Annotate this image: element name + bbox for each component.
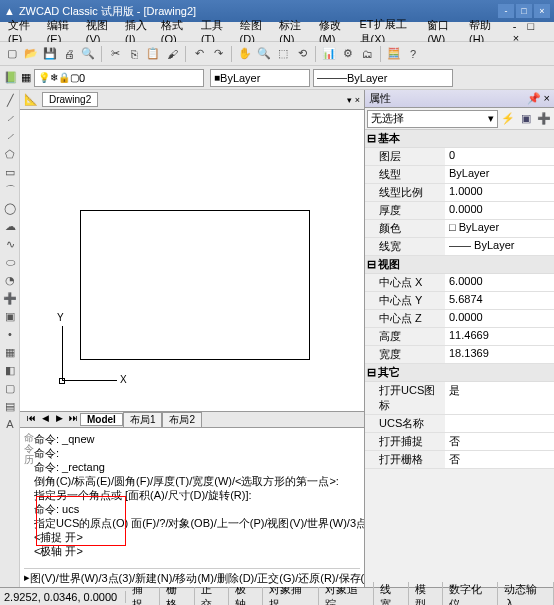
insert-icon[interactable]: ➕	[2, 290, 18, 306]
pick-add-icon[interactable]: ➕	[536, 111, 552, 127]
layout-tab-1[interactable]: 布局1	[123, 412, 163, 428]
status-tablet[interactable]: 数字化仪	[443, 582, 499, 606]
match-icon[interactable]: 🖌	[164, 46, 180, 62]
arc-icon[interactable]: ⌒	[2, 182, 18, 198]
status-dyn[interactable]: 动态输入	[498, 582, 554, 606]
prop-snap-value[interactable]: 否	[445, 433, 554, 450]
save-icon[interactable]: 💾	[42, 46, 58, 62]
layer-combo[interactable]: 💡❄🔒▢ 0	[34, 69, 204, 87]
line-icon[interactable]: ╱	[2, 92, 18, 108]
drawn-rectangle[interactable]	[80, 210, 310, 360]
cmd-history-icon[interactable]: 命令历	[24, 432, 34, 558]
new-icon[interactable]: ▢	[4, 46, 20, 62]
zoom-icon[interactable]: 🔍	[256, 46, 272, 62]
status-model[interactable]: 模型	[409, 582, 443, 606]
close-button[interactable]: ×	[534, 4, 550, 18]
prop-cat-view[interactable]: ⊟ 视图	[365, 256, 554, 274]
toolbar-standard: ▢ 📂 💾 🖨 🔍 ✂ ⎘ 📋 🖌 ↶ ↷ ✋ 🔍 ⬚ ⟲ 📊 ⚙ 🗂 🧮 ?	[0, 42, 554, 66]
drawing-canvas[interactable]: Y X	[20, 110, 364, 411]
cmd-line: 命令: _rectang	[34, 460, 364, 474]
prop-lineweight-value[interactable]: —— ByLayer	[445, 238, 554, 255]
doc-tab[interactable]: Drawing2	[42, 92, 98, 107]
coordinates-display: 2.9252, 0.0346, 0.0000	[0, 591, 126, 603]
quick-select-icon[interactable]: ⚡	[500, 111, 516, 127]
layout-next-icon[interactable]: ▶	[52, 413, 66, 427]
status-lwt[interactable]: 线宽	[374, 582, 408, 606]
undo-icon[interactable]: ↶	[191, 46, 207, 62]
paste-icon[interactable]: 📋	[145, 46, 161, 62]
gradient-icon[interactable]: ◧	[2, 362, 18, 378]
hatch-icon[interactable]: ▦	[2, 344, 18, 360]
zoom-window-icon[interactable]: ⬚	[275, 46, 291, 62]
prop-height-value[interactable]: 11.4669	[445, 328, 554, 345]
layout-tab-2[interactable]: 布局2	[162, 412, 202, 428]
prop-cat-basic[interactable]: ⊟ 基本	[365, 130, 554, 148]
layout-prev-icon[interactable]: ◀	[38, 413, 52, 427]
layer-tool-icon[interactable]: ▦	[21, 71, 31, 84]
linetype-combo[interactable]: ——— ByLayer	[313, 69, 453, 87]
command-input[interactable]: 图(V)/世界(W)/3点(3)/新建(N)/移动(M)/删除(D)/正交(G)…	[30, 571, 364, 585]
table-icon[interactable]: ▤	[2, 398, 18, 414]
polygon-icon[interactable]: ⬠	[2, 146, 18, 162]
tp-icon[interactable]: 🗂	[359, 46, 375, 62]
cmd-line: 倒角(C)/标高(E)/圆角(F)/厚度(T)/宽度(W)/<选取方形的第一点>…	[34, 474, 364, 488]
redo-icon[interactable]: ↷	[210, 46, 226, 62]
dc-icon[interactable]: ⚙	[340, 46, 356, 62]
layout-tab-model[interactable]: Model	[80, 413, 123, 426]
prop-ucsicon-value[interactable]: 是	[445, 382, 554, 414]
maximize-button[interactable]: □	[516, 4, 532, 18]
xline-icon[interactable]: ⟋	[2, 110, 18, 126]
properties-panel: 属性 📌 × 无选择▾ ⚡ ▣ ➕ ⊟ 基本 图层0 线型ByLayer 线型比…	[364, 90, 554, 587]
prop-linetype-value[interactable]: ByLayer	[445, 166, 554, 183]
prop-icon[interactable]: 📊	[321, 46, 337, 62]
prop-grid-value[interactable]: 否	[445, 451, 554, 468]
doc-maximize-button[interactable]: □	[523, 18, 538, 34]
prop-pin-icon[interactable]: 📌	[527, 92, 541, 104]
color-combo[interactable]: ■ ByLayer	[210, 69, 310, 87]
ucs-y-label: Y	[57, 312, 64, 323]
spline-icon[interactable]: ∿	[2, 236, 18, 252]
prop-centery-value[interactable]: 5.6874	[445, 292, 554, 309]
toolbar-layers: 📗 ▦ 💡❄🔒▢ 0 ■ ByLayer ——— ByLayer	[0, 66, 554, 90]
text-icon[interactable]: A	[2, 416, 18, 432]
revcloud-icon[interactable]: ☁	[2, 218, 18, 234]
prop-ucsname-value[interactable]	[445, 415, 554, 432]
point-icon[interactable]: •	[2, 326, 18, 342]
layer-props-icon[interactable]: 📗	[4, 71, 18, 84]
calc-icon[interactable]: 🧮	[386, 46, 402, 62]
pline-icon[interactable]: ⟋	[2, 128, 18, 144]
copy-icon[interactable]: ⎘	[126, 46, 142, 62]
open-icon[interactable]: 📂	[23, 46, 39, 62]
cmd-line: 命令:	[34, 446, 364, 460]
zoom-prev-icon[interactable]: ⟲	[294, 46, 310, 62]
prop-centerx-value[interactable]: 6.0000	[445, 274, 554, 291]
layout-last-icon[interactable]: ⏭	[66, 413, 80, 427]
prop-color-value[interactable]: □ ByLayer	[445, 220, 554, 237]
prop-layer-value[interactable]: 0	[445, 148, 554, 165]
prop-close-icon[interactable]: ×	[544, 92, 550, 104]
prop-cat-misc[interactable]: ⊟ 其它	[365, 364, 554, 382]
tab-menu-icon[interactable]: ▾ ×	[347, 95, 360, 105]
block-icon[interactable]: ▣	[2, 308, 18, 324]
print-icon[interactable]: 🖨	[61, 46, 77, 62]
menu-bar: 文件(F) 编辑(E) 视图(V) 插入(I) 格式(O) 工具(T) 绘图(D…	[0, 22, 554, 42]
toolbar-draw: ╱ ⟋ ⟋ ⬠ ▭ ⌒ ◯ ☁ ∿ ⬭ ◔ ➕ ▣ • ▦ ◧ ▢ ▤ A	[0, 90, 20, 587]
ellipse-icon[interactable]: ⬭	[2, 254, 18, 270]
selection-combo[interactable]: 无选择▾	[367, 110, 498, 128]
ellipse-arc-icon[interactable]: ◔	[2, 272, 18, 288]
select-objects-icon[interactable]: ▣	[518, 111, 534, 127]
circle-icon[interactable]: ◯	[2, 200, 18, 216]
preview-icon[interactable]: 🔍	[80, 46, 96, 62]
prop-thickness-value[interactable]: 0.0000	[445, 202, 554, 219]
help-icon[interactable]: ?	[405, 46, 421, 62]
pan-icon[interactable]: ✋	[237, 46, 253, 62]
prop-centerz-value[interactable]: 0.0000	[445, 310, 554, 327]
layout-first-icon[interactable]: ⏮	[24, 413, 38, 427]
prop-ltscale-value[interactable]: 1.0000	[445, 184, 554, 201]
doc-icon: 📐	[24, 93, 38, 106]
region-icon[interactable]: ▢	[2, 380, 18, 396]
prop-width-value[interactable]: 18.1369	[445, 346, 554, 363]
command-area[interactable]: 命令历 命令: _qnew 命令: 命令: _rectang 倒角(C)/标高(…	[20, 427, 364, 587]
rectangle-icon[interactable]: ▭	[2, 164, 18, 180]
cut-icon[interactable]: ✂	[107, 46, 123, 62]
